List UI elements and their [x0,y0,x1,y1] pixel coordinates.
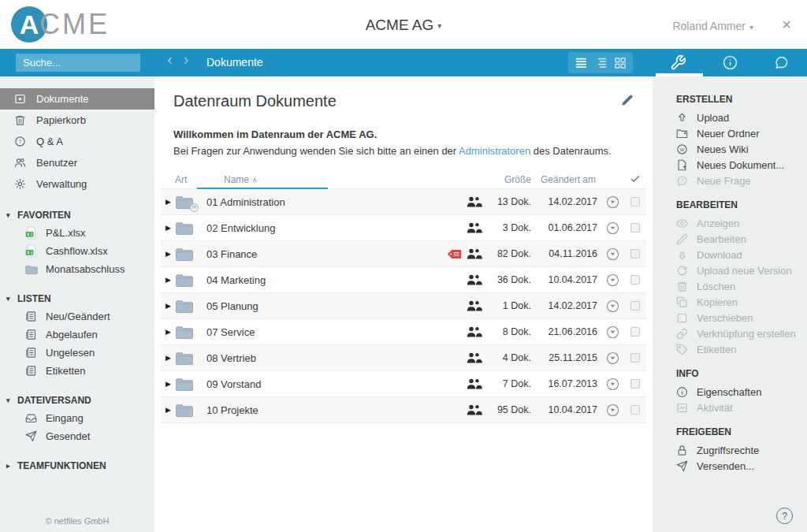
view-compact-icon[interactable] [594,56,608,69]
table-row[interactable]: ▶02 Entwicklung3 Dok.01.06.2017 [161,215,646,241]
users-group-icon [462,404,485,415]
table-row[interactable]: ▶08 Vertrieb4 Dok.25.11.2015 [161,345,646,371]
sidebar-item-ungelesen[interactable]: Ungelesen [0,344,154,362]
sidebar-item-label: Monatsabschluss [46,263,125,275]
table-row[interactable]: ▶07 Service8 Dok.21.06.2016 [161,319,646,345]
view-list-icon[interactable] [575,56,588,69]
table-row[interactable]: ▶04 Marketing36 Dok.10.04.2017 [161,267,646,293]
action-upload[interactable]: Upload [676,110,807,125]
expand-arrow-icon[interactable]: ▶ [165,328,175,336]
sidebar-section-header[interactable]: ▾FAVORITEN [0,206,154,224]
sidebar-item-monatsabschluss[interactable]: Monatsabschluss [0,260,154,278]
row-menu-button[interactable] [601,378,624,391]
help-button[interactable]: ? [776,508,793,524]
expand-arrow-icon[interactable]: ▶ [165,276,175,284]
expand-arrow-icon[interactable]: ▶ [165,198,175,206]
search-input[interactable] [16,54,140,72]
folder-name: 09 Vorstand [206,378,441,390]
row-size: 1 Dok. [485,300,531,311]
row-checkbox[interactable] [630,275,640,285]
sidebar-item-etiketten[interactable]: Etiketten [0,362,154,380]
expand-arrow-icon[interactable]: ▶ [165,224,175,232]
sidebar-item-eingang[interactable]: Eingang [0,409,154,427]
row-checkbox[interactable] [630,405,640,415]
breadcrumb[interactable]: Dokumente [206,56,263,69]
chat-tab[interactable] [765,49,797,76]
column-modified[interactable]: Geändert am [531,174,601,185]
table-row[interactable]: ▶10 Projekte95 Dok.10.04.2017 [161,397,646,423]
row-menu-button[interactable] [601,195,624,209]
sidebar-item-dokumente[interactable]: Dokumente [0,88,154,110]
sidebar-section-header[interactable]: ▾DATEIVERSAND [0,392,154,409]
edit-page-button[interactable] [621,94,634,106]
table-header: Art Name∧ Größe Geändert am [161,170,646,189]
row-size: 7 Dok. [485,378,531,389]
user-menu[interactable]: Roland Ammer▾ [672,20,753,32]
expand-arrow-icon[interactable]: ▶ [165,302,175,310]
sidebar-item-gesendet[interactable]: Gesendet [0,427,154,445]
row-checkbox[interactable] [630,249,640,259]
expand-arrow-icon[interactable]: ▶ [165,250,175,258]
forward-icon[interactable]: › [184,50,200,68]
row-menu-button[interactable] [601,273,624,287]
sidebar-item-benutzer[interactable]: Benutzer [0,152,154,173]
table-row[interactable]: ▶✉01 Administration13 Dok.14.02.2017 [161,189,646,215]
row-modified: 01.06.2017 [531,222,601,233]
folder-icon [175,299,202,314]
sidebar-item-papierkorb[interactable]: Papierkorb [0,110,154,131]
sidebar-section-header[interactable]: ▸TEAMFUNKTIONEN [0,457,154,474]
row-checkbox[interactable] [630,301,640,311]
row-menu-button[interactable] [601,247,624,261]
table-row[interactable]: ▶09 Vorstand7 Dok.16.07.2013 [161,371,646,397]
close-icon[interactable]: × [782,17,791,32]
column-art[interactable]: Art [161,174,200,185]
action-neuer-ordner[interactable]: Neuer Ordner [676,125,807,141]
expand-arrow-icon[interactable]: ▶ [165,406,175,414]
excel-file-icon [25,244,38,258]
action-neues-wiki[interactable]: WNeues Wiki [676,141,807,157]
sidebar-section-header[interactable]: ▾LISTEN [0,290,154,307]
row-checkbox[interactable] [630,353,640,363]
back-icon[interactable]: ‹ [167,50,184,68]
action-label: Upload neue Version [697,265,792,277]
table-row[interactable]: ▶05 Planung1 Dok.14.02.2017 [161,293,646,319]
row-checkbox[interactable] [630,379,640,389]
row-checkbox[interactable] [630,327,640,337]
wiki-icon: W [676,143,689,155]
column-size[interactable]: Größe [485,174,531,185]
sidebar-item-q-&-a[interactable]: ?Q & A [0,131,154,152]
info-tab[interactable] [714,49,746,76]
tools-tab[interactable] [662,49,694,76]
row-menu-button[interactable] [601,326,624,339]
row-checkbox[interactable] [630,223,640,233]
row-menu-button[interactable] [601,221,624,235]
row-menu-button[interactable] [601,352,624,365]
table-row[interactable]: ▶03 Finance82 Dok.04.11.2016 [161,241,646,267]
users-group-icon [462,300,485,311]
sidebar-item-abgelaufen[interactable]: Abgelaufen [0,326,154,344]
folder-icon [175,325,202,340]
action-versenden[interactable]: Versenden... [676,458,807,474]
action-eigenschaften[interactable]: Eigenschaften [676,384,807,400]
sidebar-item-cashflow-xlsx[interactable]: Cashflow.xlsx [0,242,154,260]
row-checkbox[interactable] [630,197,640,206]
expand-arrow-icon[interactable]: ▶ [165,380,175,388]
administrators-link[interactable]: Administratoren [459,145,530,157]
action-neues-dokument[interactable]: Neues Dokument... [676,157,807,173]
expand-arrow-icon[interactable]: ▶ [165,354,175,362]
row-menu-button[interactable] [601,299,624,313]
breadcrumb-nav-arrows[interactable]: ‹› [167,50,199,69]
sidebar-item-neu-geändert[interactable]: Neu/Geändert [0,307,154,326]
actions-panel: ERSTELLENUploadNeuer OrdnerWNeues WikiNe… [653,76,807,532]
select-column-icon[interactable] [624,173,646,185]
row-modified: 10.04.2017 [531,404,601,415]
sidebar-item-verwaltung[interactable]: Verwaltung [0,173,154,195]
action-zugriffsrechte[interactable]: Zugriffsrechte [676,442,807,458]
view-grid-icon[interactable] [614,57,627,69]
sidebar-item-p&l-xlsx[interactable]: P&L.xlsx [0,224,154,242]
row-menu-button[interactable] [601,404,624,417]
column-name[interactable]: Name∧ [200,174,485,185]
top-header: A CME ACME AG▾ Roland Ammer▾ × [0,0,807,49]
actions-section-title: ERSTELLEN [676,94,807,105]
action-label: Download [697,249,742,261]
